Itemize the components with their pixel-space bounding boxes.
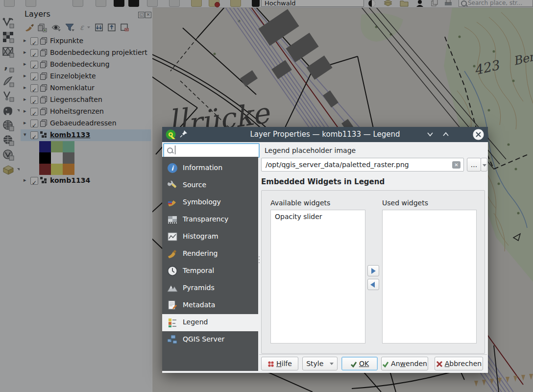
add-vector-layer-icon[interactable]: [2, 16, 15, 29]
toolbar-icon[interactable]: [252, 0, 260, 7]
sidebar-item-symbology[interactable]: Symbology: [162, 194, 258, 211]
list-item[interactable]: Opacity slider: [271, 210, 365, 223]
add-spatialite-layer-icon[interactable]: [2, 75, 15, 88]
close-panel-icon[interactable]: ✕: [145, 12, 151, 18]
expand-icon[interactable]: ▸: [24, 120, 26, 126]
layer-row[interactable]: ▸ ✓ Bodenbedeckung projektiert: [21, 47, 151, 59]
expand-icon[interactable]: ▾: [24, 131, 26, 138]
splitter-handle[interactable]: [258, 254, 260, 284]
used-widgets-list[interactable]: [382, 210, 477, 343]
style-button[interactable]: Style: [302, 357, 338, 370]
toolbar-icon[interactable]: [230, 0, 241, 7]
layer-label[interactable]: Einzelobjekte: [50, 72, 96, 80]
toolbar-icon-active[interactable]: [128, 0, 139, 7]
layer-row[interactable]: ▸ ✓ komb1134: [21, 175, 151, 187]
layer-checkbox[interactable]: ✓: [30, 49, 38, 57]
layer-row[interactable]: ▸ ✓ Liegenschaften: [21, 94, 151, 106]
float-panel-icon[interactable]: ◱: [138, 12, 145, 18]
sidebar-item-transparency[interactable]: Transparency: [162, 211, 258, 228]
ok-button[interactable]: OK: [341, 357, 378, 370]
available-widgets-list[interactable]: Opacity slider: [270, 210, 365, 343]
collapse-all-icon[interactable]: [107, 23, 117, 32]
expand-icon[interactable]: ▸: [24, 84, 26, 91]
expand-icon[interactable]: ▸: [24, 96, 26, 102]
layer-label[interactable]: Bodenbedeckung projektiert: [50, 49, 147, 56]
sidebar-item-rendering[interactable]: Rendering: [162, 245, 258, 263]
layer-checkbox[interactable]: ✓: [30, 96, 38, 104]
layer-checkbox[interactable]: ✓: [30, 120, 38, 127]
clear-text-icon[interactable]: ✕: [452, 161, 460, 169]
toolbar-icon[interactable]: [191, 0, 202, 7]
layer-row[interactable]: ▸ ✓ Einzelobjekte: [21, 71, 151, 82]
toolbar-icon[interactable]: [96, 0, 106, 7]
layer-label[interactable]: Hoheitsgrenzen: [50, 107, 104, 115]
layer-checkbox[interactable]: ✓: [30, 131, 38, 139]
browse-button[interactable]: ...: [467, 158, 481, 172]
layers-icon[interactable]: [383, 0, 393, 7]
toolbar-icon[interactable]: [4, 0, 15, 7]
expand-icon[interactable]: ▸: [24, 73, 26, 79]
layer-label[interactable]: Liegenschaften: [50, 96, 102, 103]
add-mesh-layer-icon[interactable]: [2, 46, 15, 58]
toolbar-icon[interactable]: [147, 0, 158, 7]
remove-layer-icon[interactable]: [120, 23, 129, 32]
add-raster-layer-icon[interactable]: [2, 31, 15, 44]
project-combo[interactable]: Hochwald: [261, 0, 364, 7]
add-group-icon[interactable]: [37, 23, 47, 32]
add-wms-layer-icon[interactable]: [2, 119, 15, 132]
sidebar-item-qgis-server[interactable]: QGIS Server: [162, 331, 258, 348]
add-virtual-layer-icon[interactable]: [2, 90, 15, 102]
locator-search-input[interactable]: Search place, str...: [459, 0, 533, 7]
add-delimited-text-layer-icon[interactable]: ,: [2, 60, 15, 73]
close-icon[interactable]: [473, 129, 484, 142]
folder-icon[interactable]: [400, 0, 410, 7]
layer-label[interactable]: komb1134: [50, 176, 90, 184]
expression-filter-icon[interactable]: ε: [78, 23, 88, 32]
sidebar-item-histogram[interactable]: Histogram: [162, 228, 258, 245]
toolbar-icon[interactable]: [169, 0, 180, 7]
layer-label[interactable]: Gebaeudeadressen: [50, 119, 117, 127]
expand-icon[interactable]: ▸: [24, 61, 26, 67]
sidebar-item-pyramids[interactable]: Pyramids: [162, 280, 258, 297]
maximize-icon[interactable]: [442, 130, 450, 140]
toolbar-icon-active[interactable]: [114, 0, 124, 7]
layer-checkbox[interactable]: ✓: [30, 108, 38, 116]
filter-legend-icon[interactable]: [65, 23, 74, 32]
layer-row[interactable]: ▸ ✓ Bodenbedeckung: [21, 59, 151, 71]
remove-widget-button[interactable]: [367, 279, 379, 290]
add-widget-button[interactable]: [367, 265, 379, 276]
layer-label[interactable]: Fixpunkte: [50, 37, 83, 45]
sidebar-item-source[interactable]: Source: [162, 177, 258, 194]
cancel-button[interactable]: Abbrechen: [435, 357, 483, 370]
add-wfs-layer-icon[interactable]: [2, 148, 15, 161]
sidebar-item-metadata[interactable]: Metadata: [162, 297, 258, 314]
sidebar-item-temporal[interactable]: Temporal: [162, 263, 258, 280]
layer-label[interactable]: Bodenbedeckung: [50, 60, 110, 68]
sidebar-item-information[interactable]: i Information: [162, 160, 258, 177]
sidebar-item-legend[interactable]: Legend: [162, 314, 258, 331]
dropdown-arrow-icon[interactable]: [58, 29, 61, 31]
toolbar-icon[interactable]: [25, 0, 36, 7]
layer-row[interactable]: ▸ ✓ Gebaeudeadressen: [21, 118, 151, 129]
dialog-titlebar[interactable]: Layer Properties — komb1133 — Legend: [162, 127, 488, 142]
dropdown-arrow-icon[interactable]: [87, 26, 90, 28]
add-geopackage-layer-icon[interactable]: [2, 163, 15, 176]
layer-row[interactable]: ▸ ✓ Fixpunkte: [21, 35, 151, 47]
expand-icon[interactable]: ▸: [24, 49, 26, 55]
layer-row[interactable]: ▸ ✓ Nomenklatur: [21, 82, 151, 94]
expand-icon[interactable]: ▸: [24, 37, 26, 44]
add-wcs-layer-icon[interactable]: [2, 134, 15, 147]
layer-row[interactable]: ▸ ✓ Hoheitsgrenzen: [21, 106, 151, 118]
layer-checkbox[interactable]: ✓: [30, 73, 38, 80]
styling-panel-icon[interactable]: [24, 23, 34, 32]
properties-search-input[interactable]: [163, 143, 260, 158]
apply-button[interactable]: Anwenden: [381, 357, 428, 370]
print-icon[interactable]: [444, 0, 454, 7]
layer-label[interactable]: komb1133: [50, 131, 90, 139]
browse-options-button[interactable]: [481, 158, 487, 172]
placeholder-image-path-input[interactable]: /opt/qgis_server_data/paletted_raster.pn…: [261, 158, 464, 172]
layer-checkbox[interactable]: ✓: [30, 84, 38, 92]
layer-row-selected[interactable]: ▾ ✓ komb1133: [21, 129, 151, 141]
dropdown-arrow-icon[interactable]: [72, 29, 74, 31]
add-postgis-layer-icon[interactable]: [2, 104, 15, 117]
